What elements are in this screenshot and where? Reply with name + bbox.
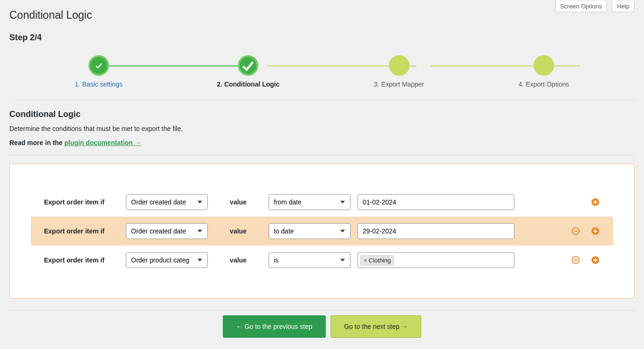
value-label: value xyxy=(215,256,262,264)
check-icon xyxy=(88,55,109,76)
rule-label: Export order item if xyxy=(44,198,119,206)
rule-actions xyxy=(567,197,600,207)
previous-step-button[interactable]: ← Go to the previous step xyxy=(223,315,326,338)
value-label: value xyxy=(215,198,262,206)
help-button[interactable]: Help xyxy=(612,1,635,12)
top-buttons: Screen Options Help xyxy=(555,1,635,12)
rules-container: Export order item ifOrder created dateva… xyxy=(9,164,635,298)
rule-field-select[interactable]: Order created date xyxy=(126,194,208,210)
page-title: Conditional Logic xyxy=(9,5,92,23)
footer-nav: ← Go to the previous step Go to the next… xyxy=(9,310,635,338)
step-circle xyxy=(534,55,554,76)
check-icon xyxy=(238,55,258,76)
rule-value-input[interactable] xyxy=(358,223,514,239)
rule-field-select[interactable]: Order product categ xyxy=(126,252,208,268)
rule-value-input[interactable] xyxy=(358,194,514,210)
step-circle xyxy=(389,55,410,76)
section-title: Conditional Logic xyxy=(9,109,635,119)
screen-options-button[interactable]: Screen Options xyxy=(555,1,607,12)
add-rule-button[interactable] xyxy=(591,197,600,207)
step-label: 2. Conditional Logic xyxy=(217,80,280,88)
step-counter: Step 2/4 xyxy=(9,33,635,43)
stepper: 1. Basic settings 2. Conditional Logic 3… xyxy=(9,48,635,100)
tag-text: Clothing xyxy=(369,257,391,264)
tag: ×Clothing xyxy=(360,255,394,265)
remove-rule-button[interactable] xyxy=(571,255,580,265)
rule-label: Export order item if xyxy=(44,227,119,235)
readmore-prefix: Read more in the xyxy=(9,139,64,146)
rule-actions xyxy=(567,226,600,236)
rule-row: Export order item ifOrder product categv… xyxy=(31,246,613,275)
step-export-options: 4. Export Options xyxy=(519,55,569,88)
section-header: Conditional Logic Determine the conditio… xyxy=(9,109,635,155)
remove-rule-button[interactable] xyxy=(571,226,580,236)
rule-operator-select[interactable]: is xyxy=(269,252,351,268)
value-label: value xyxy=(215,227,262,235)
readmore: Read more in the plugin documentation → xyxy=(9,139,635,146)
step-label: 4. Export Options xyxy=(519,80,569,88)
add-rule-button[interactable] xyxy=(591,255,600,265)
plugin-documentation-link[interactable]: plugin documentation → xyxy=(64,139,141,146)
step-conditional-logic: 2. Conditional Logic xyxy=(217,55,280,88)
rule-label: Export order item if xyxy=(44,256,119,264)
rule-row: Export order item ifOrder created dateva… xyxy=(31,188,613,217)
step-export-mapper: 3. Export Mapper xyxy=(374,55,424,88)
rule-row: Export order item ifOrder created dateva… xyxy=(31,217,613,246)
rule-field-select[interactable]: Order created date xyxy=(126,223,208,239)
step-label[interactable]: 1. Basic settings xyxy=(75,80,123,88)
next-step-button[interactable]: Go to the next step → xyxy=(330,315,421,338)
step-label: 3. Export Mapper xyxy=(374,80,424,88)
rule-actions xyxy=(567,255,600,265)
rule-operator-select[interactable]: from date xyxy=(269,194,351,210)
add-rule-button[interactable] xyxy=(591,226,600,236)
section-description: Determine the conditions that must be me… xyxy=(9,125,635,132)
tag-remove-icon[interactable]: × xyxy=(364,257,367,264)
step-basic-settings[interactable]: 1. Basic settings xyxy=(75,55,123,88)
rule-operator-select[interactable]: to date xyxy=(269,223,351,239)
rule-tag-input[interactable]: ×Clothing xyxy=(358,252,514,268)
